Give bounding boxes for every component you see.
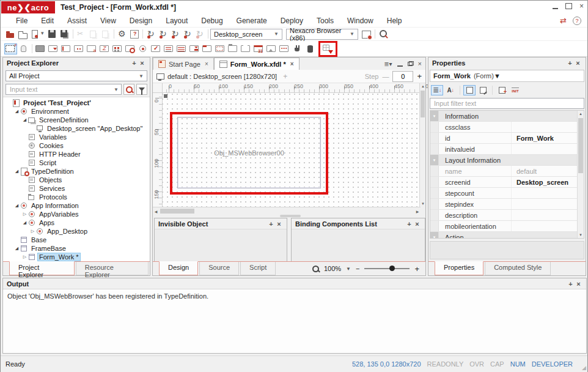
prop-value[interactable]: Desktop_screen	[512, 179, 577, 186]
tree-item-variables[interactable]: Variables	[3, 133, 150, 141]
menu-view[interactable]: View	[94, 17, 123, 25]
prop-row-name[interactable]: namedefault	[430, 166, 577, 177]
tree-item-project-test-project[interactable]: Project 'Test_Project'	[3, 99, 150, 107]
save-all-icon[interactable]	[59, 29, 71, 40]
search-button[interactable]	[123, 84, 134, 95]
project-scope-select[interactable]: All Project▼	[6, 70, 147, 81]
sort-alpha-icon[interactable]	[444, 85, 457, 95]
expand-icon[interactable]: ▷	[29, 229, 36, 234]
menu-design[interactable]: Design	[123, 17, 159, 25]
copy-icon[interactable]	[87, 29, 100, 40]
tab-source[interactable]: Source	[199, 262, 239, 275]
window-list-icon[interactable]: ≣▾	[384, 61, 392, 67]
scroll-thumb[interactable]	[578, 118, 583, 173]
tab-script[interactable]: Script	[240, 262, 276, 275]
tab-computed-style[interactable]: Computed Style	[485, 262, 551, 275]
checkbox-icon[interactable]	[150, 43, 163, 54]
menu-tools[interactable]: Tools	[310, 17, 340, 25]
step-increase-button[interactable]: +	[417, 72, 422, 81]
tree-item-services[interactable]: Services	[3, 184, 150, 193]
collapse-icon[interactable]: ◢	[13, 109, 20, 114]
hand-tool-icon[interactable]	[17, 43, 30, 54]
tree-item-form-work[interactable]: ▷Form_Work *	[3, 253, 150, 261]
close-icon[interactable]: ×	[575, 280, 582, 288]
zoom-slider-thumb[interactable]	[389, 266, 395, 271]
menu-edit[interactable]: Edit	[34, 17, 61, 25]
prop-basic-icon[interactable]	[463, 85, 476, 95]
minimize-doc-icon[interactable]	[397, 65, 403, 67]
webbrowser-icon[interactable]	[322, 43, 334, 54]
tab-start-page[interactable]: Start Page ×	[153, 58, 214, 70]
prop-row-screenid[interactable]: screenidDesktop_screen	[430, 177, 577, 188]
property-target-select[interactable]: Form_Work (Form) ▼	[430, 70, 584, 82]
restore-doc-icon[interactable]	[408, 61, 413, 66]
filter-button[interactable]	[136, 84, 147, 95]
sort-category-icon[interactable]	[431, 85, 443, 95]
button-icon[interactable]	[34, 43, 47, 54]
collapse-icon[interactable]: ◢	[21, 117, 28, 122]
tab-project-explorer[interactable]: Project Explorer	[9, 261, 75, 275]
prop-row-id[interactable]: idForm_Work	[430, 133, 577, 144]
prop-row-mobileorientation[interactable]: mobileorientation	[430, 221, 577, 232]
splitter-grip[interactable]	[280, 215, 301, 217]
collapse-icon[interactable]: ◢	[13, 246, 20, 251]
prop-value[interactable]: default	[512, 168, 577, 175]
settings-icon[interactable]	[116, 29, 128, 40]
tree-item-app-information[interactable]: ◢App Information	[3, 201, 150, 210]
editex-icon[interactable]	[124, 43, 137, 54]
progressbar-icon[interactable]	[278, 43, 291, 54]
tree-item-screendefinition[interactable]: ◢ScreenDefinition	[3, 116, 150, 124]
listbox-icon[interactable]	[163, 43, 175, 54]
prop-row-stepindex[interactable]: stepindex	[430, 199, 577, 210]
pin-icon[interactable]: +	[130, 59, 138, 67]
prop-row-initvalueid[interactable]: initvalueid	[430, 144, 577, 155]
menu-debug[interactable]: Debug	[194, 17, 229, 25]
imageviewer-icon[interactable]	[265, 43, 278, 54]
popupdiv-icon[interactable]	[227, 43, 240, 54]
paste-icon[interactable]	[100, 29, 112, 40]
prop-value[interactable]: Form_Work	[512, 135, 577, 142]
tree-item-framebase[interactable]: ◢FrameBase	[3, 244, 150, 253]
tree-item-protocols[interactable]: Protocols	[3, 193, 150, 201]
close-icon[interactable]: ×	[413, 220, 421, 228]
tab-design[interactable]: Design	[159, 261, 198, 275]
chevron-down-icon[interactable]: ▼	[346, 266, 351, 272]
scroll-down-icon[interactable]: ▼	[578, 232, 584, 238]
new-form-icon[interactable]	[29, 29, 41, 40]
close-icon[interactable]: ×	[138, 59, 146, 67]
collapse-icon[interactable]: ◢	[21, 220, 28, 225]
open-project-icon[interactable]	[4, 29, 17, 40]
tree-item-app-desktop[interactable]: ▷App_Desktop	[3, 227, 150, 236]
cut-icon[interactable]	[75, 29, 87, 40]
property-scrollbar[interactable]: ▲ ▼	[577, 111, 584, 238]
tree-item-apps[interactable]: ◢Apps	[3, 218, 150, 227]
spin-icon[interactable]	[188, 43, 201, 54]
menu-layout[interactable]: Layout	[159, 17, 194, 25]
pin-icon[interactable]: +	[567, 280, 575, 288]
collapse-icon[interactable]: ◢	[13, 169, 20, 174]
calendar-icon[interactable]	[252, 43, 265, 54]
tree-item-appvariables[interactable]: ▷AppVariables	[3, 210, 150, 218]
radio-icon[interactable]	[137, 43, 150, 54]
tree-item-http-header[interactable]: HTTP Header	[3, 150, 150, 158]
browser-launch-icon[interactable]	[361, 29, 373, 40]
close-icon[interactable]: ×	[574, 59, 582, 67]
tree-item-script[interactable]: Script	[3, 158, 150, 167]
expand-icon[interactable]: ▷	[21, 255, 28, 259]
design-canvas[interactable]: Obj_MSWebBrowser00	[163, 93, 421, 207]
close-icon[interactable]: ×	[275, 220, 283, 228]
grid-icon[interactable]	[175, 43, 188, 54]
tab-resource-explorer[interactable]: Resource Explorer	[76, 262, 149, 275]
screen-select[interactable]: Desktop_screen▼	[210, 29, 282, 40]
scroll-down-icon[interactable]: ▼	[420, 201, 426, 207]
add-layout-button[interactable]: +	[283, 72, 287, 81]
tree-item-base[interactable]: Base	[3, 236, 150, 244]
vertical-scrollbar[interactable]: ▲ ▼	[419, 83, 425, 207]
pin-icon[interactable]: +	[267, 220, 275, 228]
scroll-left-icon[interactable]: ◀	[153, 208, 159, 214]
save-icon[interactable]	[46, 29, 59, 40]
maskedit-icon[interactable]	[73, 43, 86, 54]
menu-deploy[interactable]: Deploy	[274, 17, 310, 25]
menu-file[interactable]: File	[9, 17, 34, 25]
plugin-icon[interactable]	[291, 43, 304, 54]
